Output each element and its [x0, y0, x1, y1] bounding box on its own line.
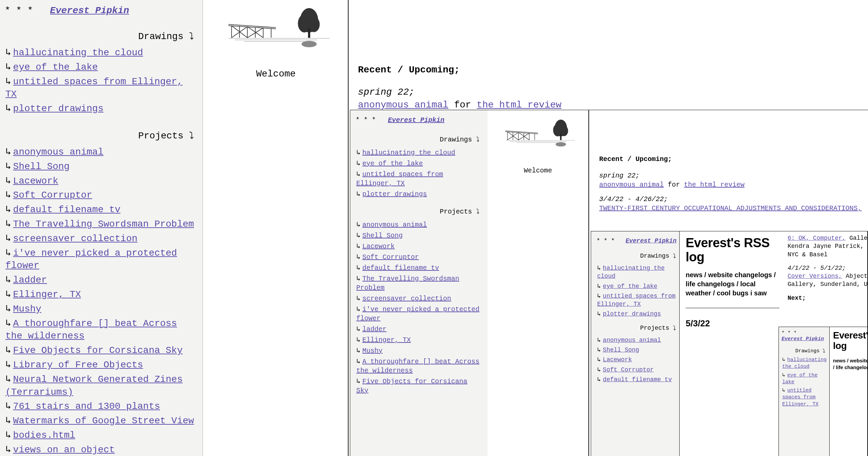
nav-link[interactable]: untitled spaces from Ellinger, TX [597, 293, 676, 308]
section-projects-header[interactable]: Projects ⤵ [5, 130, 194, 141]
cover-versions-link[interactable]: Cover Versions, [787, 273, 842, 280]
section-drawings-header[interactable]: Drawings ⤵ [596, 252, 676, 259]
hook-icon: ↳ [356, 160, 360, 167]
nav-link[interactable]: Soft Corruptor [362, 253, 419, 261]
hook-icon: ↳ [5, 104, 11, 114]
nav-link[interactable]: untitled spaces from Ellinger, TX [5, 77, 183, 100]
nav-item: ↳Watermarks of Google Street View [5, 415, 197, 427]
nav-item: ↳plotter drawings [5, 103, 197, 115]
nav-link[interactable]: i've never picked a protected flower [5, 248, 177, 271]
anonymous-animal-link[interactable]: anonymous animal [599, 181, 664, 189]
nav-link[interactable]: plotter drawings [603, 311, 661, 317]
nav-link[interactable]: Lacework [13, 176, 58, 186]
hook-icon: ↳ [356, 306, 360, 313]
nav-link[interactable]: hallucinating the cloud [782, 357, 827, 369]
nav-link[interactable]: anonymous animal [13, 147, 104, 157]
nav-link[interactable]: eye of the lake [603, 283, 657, 290]
nav-link[interactable]: Watermarks of Google Street View [13, 416, 194, 426]
anonymous-animal-link[interactable]: anonymous animal [358, 100, 448, 110]
nav-link[interactable]: plotter drawings [13, 104, 104, 114]
nav-link[interactable]: A thoroughfare [] beat Across the wilder… [5, 318, 177, 342]
nav-link[interactable]: eye of the lake [782, 372, 817, 385]
nav-link[interactable]: eye of the lake [13, 62, 98, 73]
arrow-expand-icon: ⤵ [189, 130, 194, 141]
nav-link[interactable]: 761 stairs and 1300 plants [13, 401, 160, 411]
nav-link[interactable]: anonymous animal [362, 221, 427, 229]
section-projects-header[interactable]: Projects ⤵ [355, 207, 479, 216]
title-stars: * * * [596, 237, 615, 244]
nav-link[interactable]: Shell Song [603, 346, 639, 353]
section-drawings-header[interactable]: Drawings ⤵ [355, 135, 479, 143]
nav-link[interactable]: hallucinating the cloud [597, 265, 664, 280]
nav-link[interactable]: eye of the lake [362, 160, 423, 167]
section-drawings-header[interactable]: Drawings ⤵ [781, 348, 825, 354]
nav-item: ↳Library of Free Objects [5, 359, 197, 371]
hook-icon: ↳ [356, 149, 360, 156]
nav-item: ↳anonymous animal [596, 336, 679, 344]
nav-link[interactable]: plotter drawings [362, 190, 427, 198]
section-drawings-header[interactable]: Drawings ⤵ [5, 31, 194, 42]
html-review-link[interactable]: the html review [477, 100, 561, 110]
section-projects-header[interactable]: Projects ⤵ [596, 324, 676, 332]
nav-link[interactable]: anonymous animal [603, 337, 661, 343]
nav-link[interactable]: hallucinating the cloud [362, 149, 455, 156]
title-stars: * * * [355, 116, 376, 124]
hook-icon: ↳ [5, 445, 11, 455]
center-column: Welcome [204, 0, 348, 456]
hook-icon: ↳ [597, 346, 601, 353]
hook-icon: ↳ [5, 161, 11, 172]
nav-link[interactable]: Lacework [603, 356, 632, 363]
nav-link[interactable]: Lacework [362, 243, 395, 250]
projects-list: ↳anonymous animal↳Shell Song↳Lacework↳So… [355, 220, 483, 395]
nav-link[interactable]: The Travelling Swordsman Problem [356, 275, 459, 292]
nav-link[interactable]: Mushy [362, 347, 382, 354]
nav-link[interactable]: default filename tv [362, 264, 439, 272]
nav-link[interactable]: Mushy [13, 304, 41, 314]
site-title-link[interactable]: Everest Pipkin [625, 237, 676, 244]
nav-link[interactable]: Neural Network Generated Zines (Terrariu… [5, 374, 183, 397]
okcomputer-link[interactable]: 6: OK, Computer, [787, 235, 846, 241]
nav-link[interactable]: views on an object [13, 445, 115, 455]
hook-icon: ↳ [597, 366, 601, 373]
nav-link[interactable]: screensaver collection [13, 233, 137, 244]
nav-item: ↳untitled spaces from Ellinger, TX [5, 76, 197, 101]
site-title-link[interactable]: Everest Pipkin [50, 5, 129, 16]
nav-link[interactable]: The Travelling Swordsman Problem [13, 219, 194, 229]
nav-link[interactable]: bodies.html [13, 430, 75, 440]
site-title-link[interactable]: Everest Pipkin [781, 336, 824, 342]
nav-item: ↳untitled spaces from Ellinger, TX [596, 292, 679, 309]
nav-item: ↳views on an object [5, 444, 197, 456]
site-title-link[interactable]: Everest Pipkin [388, 116, 444, 124]
nav-link[interactable]: Shell Song [13, 161, 70, 172]
nav-link[interactable]: A thoroughfare [] beat Across the wilder… [356, 358, 479, 374]
nav-link[interactable]: default filename tv [603, 376, 672, 383]
rss-title: Everest's RSS log [686, 236, 780, 264]
nav-item: ↳plotter drawings [596, 310, 679, 318]
nav-item: ↳i've never picked a protected flower [5, 247, 197, 273]
nav-link[interactable]: ladder [362, 325, 386, 333]
nav-link[interactable]: Soft Corruptor [603, 366, 654, 373]
twenty-first-link[interactable]: TWENTY-FIRST CENTURY OCCUPATIONAL ADJUST… [599, 204, 862, 212]
nav-link[interactable]: Ellinger, TX [13, 289, 81, 300]
nav-link[interactable]: Library of Free Objects [13, 360, 143, 370]
hook-icon: ↳ [356, 221, 360, 229]
nav-link[interactable]: untitled spaces from Ellinger, TX [782, 388, 818, 407]
nav-link[interactable]: default filename tv [13, 204, 120, 215]
nav-item: ↳Ellinger, TX [355, 336, 483, 344]
hook-icon: ↳ [782, 372, 785, 378]
nav-item: ↳Lacework [5, 175, 197, 188]
nav-link[interactable]: Soft Corruptor [13, 190, 92, 200]
nav-link[interactable]: ladder [13, 275, 47, 285]
nav-link[interactable]: Five Objects for Corsicana Sky [13, 345, 183, 355]
nav-link[interactable]: hallucinating the cloud [13, 48, 143, 58]
nav-link[interactable]: Five Objects for Corsicana Sky [356, 377, 467, 394]
nav-item: ↳anonymous animal [5, 146, 197, 159]
nav-link[interactable]: untitled spaces from Ellinger, TX [356, 170, 443, 187]
html-review-link[interactable]: the html review [684, 181, 745, 189]
nav-link[interactable]: i've never picked a protected flower [356, 306, 479, 322]
nav-link[interactable]: screensaver collection [362, 295, 451, 303]
title-stars: * * * [781, 331, 797, 336]
nav-link[interactable]: Ellinger, TX [362, 336, 411, 344]
center-column: Welcome [488, 110, 589, 456]
nav-link[interactable]: Shell Song [362, 232, 403, 239]
